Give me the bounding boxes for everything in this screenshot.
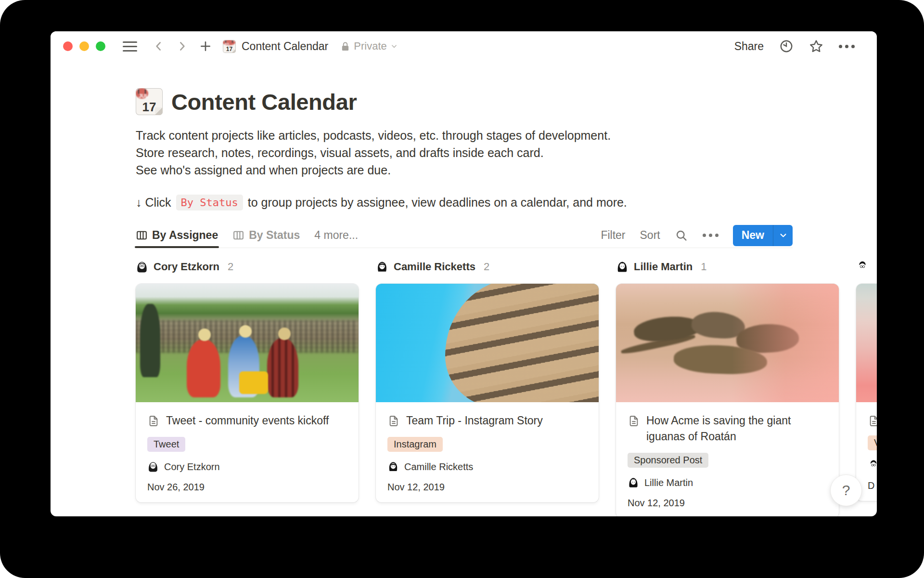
notion-window: JUL17 Content Calendar Private Share [51, 31, 877, 516]
favorite-star-icon[interactable] [809, 39, 823, 53]
instruction-prefix: ↓ Click [136, 196, 171, 210]
page-header: JUL 17 Content Calendar [136, 88, 877, 115]
page-favicon-calendar-icon: JUL17 [223, 40, 236, 53]
close-window-button[interactable] [63, 41, 73, 51]
screenshot-backdrop: JUL17 Content Calendar Private Share [0, 0, 924, 578]
chevron-down-icon [391, 43, 398, 50]
privacy-label: Private [354, 40, 386, 53]
card-assignee: Cory Etzkorn [147, 461, 347, 473]
sort-button[interactable]: Sort [640, 229, 660, 242]
card-tweet-community-events[interactable]: Tweet - community events kickoff Tweet C… [136, 284, 359, 502]
board-view-icon [136, 229, 148, 241]
lock-icon [341, 41, 350, 52]
card-assignee: Camille Ricketts [387, 461, 587, 473]
board-view: Cory Etzkorn 2 [136, 259, 877, 516]
search-icon[interactable] [675, 229, 688, 242]
page-doc-icon [868, 415, 877, 427]
card-due-date: Nov 12, 2019 [387, 482, 587, 493]
board-column-camille: Camille Ricketts 2 Team Trip - Instagram… [376, 259, 599, 516]
column-count: 1 [701, 261, 706, 273]
back-icon[interactable] [153, 40, 165, 53]
column-header[interactable]: Lillie Martin 1 [616, 259, 839, 275]
board-view-icon [232, 229, 244, 241]
card-cover-gradient-photo [856, 284, 877, 402]
card-due-date: Nov 12, 2019 [628, 498, 827, 509]
page-doc-icon [387, 415, 400, 427]
traffic-lights [63, 41, 105, 51]
page-description: Track content projects like articles, po… [136, 127, 877, 179]
description-line: Track content projects like articles, po… [136, 127, 877, 144]
avatar-partial-member [856, 261, 869, 273]
breadcrumb-page-title[interactable]: Content Calendar [242, 40, 328, 53]
tab-by-assignee[interactable]: By Assignee [136, 223, 218, 248]
page-doc-icon [147, 415, 160, 427]
help-button[interactable]: ? [830, 474, 862, 506]
avatar-cory-etzkorn [136, 261, 148, 273]
avatar-lillie-martin [616, 261, 629, 273]
column-count: 2 [228, 261, 233, 273]
page-doc-icon [628, 415, 640, 427]
avatar-partial-member [868, 460, 877, 471]
zoom-window-button[interactable] [96, 41, 105, 51]
new-page-icon[interactable] [199, 39, 212, 53]
column-header[interactable]: Camille Ricketts 2 [376, 259, 599, 275]
new-button[interactable]: New [733, 225, 793, 246]
minimize-window-button[interactable] [79, 41, 89, 51]
more-options-icon[interactable] [839, 45, 855, 48]
tag-sponsored-post: Sponsored Post [628, 453, 708, 468]
tab-by-status[interactable]: By Status [232, 223, 300, 248]
card-assignee [868, 460, 877, 471]
avatar-lillie-martin [628, 477, 639, 488]
forward-icon[interactable] [176, 40, 188, 53]
board-column-cory: Cory Etzkorn 2 [136, 259, 359, 516]
more-views-button[interactable]: 4 more... [314, 229, 358, 242]
page-icon-calendar[interactable]: JUL 17 [136, 88, 163, 115]
updates-clock-icon[interactable] [779, 39, 794, 53]
card-iguanas-article[interactable]: How Acme is saving the giant iguanas of … [616, 284, 839, 516]
avatar-cory-etzkorn [147, 461, 159, 473]
column-header[interactable]: Cory Etzkorn 2 [136, 259, 359, 275]
card-cover-festival-photo [136, 284, 359, 402]
column-count: 2 [484, 261, 489, 273]
instruction-suffix: to group projects by assignee, view dead… [248, 196, 627, 210]
instruction-line: ↓ Click By Status to group projects by a… [136, 195, 877, 210]
by-status-code-chip: By Status [176, 195, 243, 210]
card-team-trip[interactable]: Team Trip - Instagram Story Instagram Ca… [376, 284, 599, 502]
new-dropdown-chevron-icon[interactable] [773, 225, 793, 246]
tag-partial: V [868, 435, 877, 450]
tag-instagram: Instagram [387, 437, 443, 452]
window-titlebar: JUL17 Content Calendar Private Share [51, 31, 877, 61]
board-column-partial: V D [856, 259, 877, 516]
board-column-lillie: Lillie Martin 1 How Acme is saving [616, 259, 839, 516]
sidebar-menu-icon[interactable] [123, 41, 137, 52]
avatar-camille-ricketts [387, 461, 399, 473]
view-toolbar: By Assignee By Status 4 more... Filter S… [136, 223, 793, 248]
description-line: Store research, notes, recordings, visua… [136, 144, 877, 161]
card-cover-building-photo [376, 284, 599, 402]
tag-tweet: Tweet [147, 437, 185, 452]
column-header[interactable] [856, 259, 877, 275]
view-options-icon[interactable] [703, 234, 719, 237]
card-partial[interactable]: V D [856, 284, 877, 501]
card-due-date: D [868, 480, 877, 491]
description-line: See who's assigned and when projects are… [136, 161, 877, 179]
share-button[interactable]: Share [734, 40, 764, 53]
filter-button[interactable]: Filter [601, 229, 625, 242]
card-cover-iguanas-photo [616, 284, 839, 402]
card-assignee: Lillie Martin [628, 477, 827, 488]
page-title[interactable]: Content Calendar [171, 89, 357, 115]
avatar-camille-ricketts [376, 261, 388, 273]
privacy-selector[interactable]: Private [341, 40, 397, 53]
card-due-date: Nov 26, 2019 [147, 482, 347, 493]
